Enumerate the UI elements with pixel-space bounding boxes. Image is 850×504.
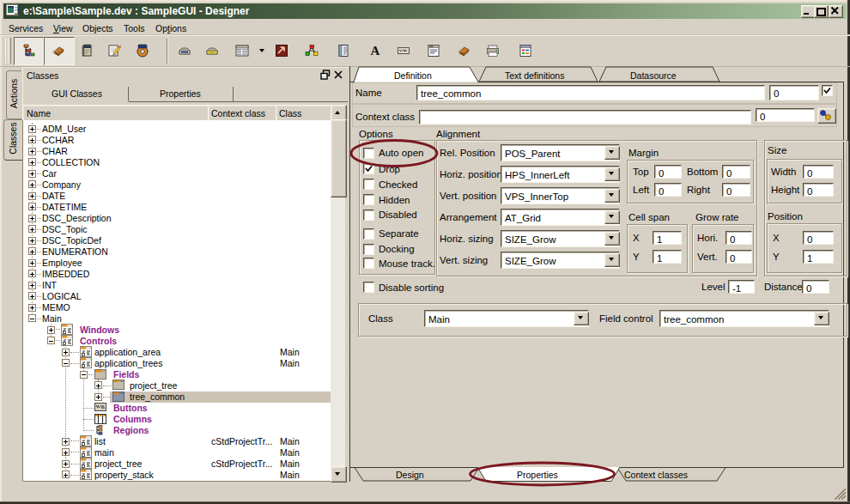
svg-text:A: A: [371, 44, 380, 58]
